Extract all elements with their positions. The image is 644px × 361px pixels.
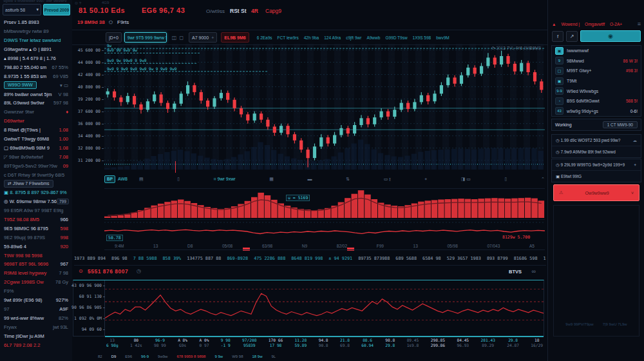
user-icon[interactable]: ◫	[172, 35, 177, 41]
menu-icon[interactable]: ≡	[638, 21, 641, 27]
sidebar-row[interactable]: ▢ 69w8M9wB 98M 91.08	[0, 143, 72, 152]
sidebar-row[interactable]: D9WS Trwr letwz swwtwrd	[0, 36, 72, 45]
indicator-link[interactable]: A9wwb	[366, 35, 380, 40]
panel-footer-link[interactable]: 9w9 99PV/79pw	[565, 322, 593, 326]
bell-icon[interactable]: ◻	[179, 35, 184, 41]
midbar-icon[interactable]: ⇅	[346, 177, 350, 182]
bottom-line-chart[interactable]	[105, 281, 544, 335]
bp-badge[interactable]: BP	[104, 175, 115, 183]
sidebar-row[interactable]: F9%	[0, 287, 72, 296]
sidebar-row[interactable]: 99 E95R A9w 97 998T E9tg	[0, 206, 72, 215]
midbar-icon[interactable]: ▭ ⫾	[384, 177, 391, 182]
sidebar-row[interactable]: Gwwrzwr 9twr♦	[0, 108, 72, 117]
rsi-chart[interactable]	[104, 219, 545, 242]
gear-icon[interactable]: ⛭	[109, 19, 113, 26]
indicator-link[interactable]: G99D T9sw	[385, 35, 407, 40]
menu-item[interactable]: ▣ Iwwwmwwf	[552, 46, 641, 56]
sidebar-row[interactable]: ▣ 8. 8795 8 897 929-867 9%	[0, 188, 72, 197]
candlestick-chart[interactable]: 9w9w9 99 9w9 9w9w9 9w 99w9 9 9w99w9 9 9w…	[104, 44, 545, 170]
panel-footer-link[interactable]: 7|9 9wU 7L9w	[603, 322, 627, 326]
sidebar-row[interactable]: c D6T Rrtwy 9f 9vwrt9y 68I5	[0, 170, 72, 179]
sidebar-row[interactable]: 798.80 2 55,040 sm67 55%	[0, 63, 72, 72]
sidebar-row[interactable]: 59-89w6 4920	[0, 242, 72, 251]
sidebar-row[interactable]: T9W 998 98 5998	[0, 251, 72, 260]
sidebar-row[interactable]: 9E5 98M9C 96 8795598	[0, 224, 72, 233]
sidebar-row[interactable]: 2Cgww 1998S Ow78 Gy	[0, 278, 72, 287]
clock-icon[interactable]: ◷	[137, 268, 141, 274]
menu-item[interactable]: ▣ T9Mt	[552, 76, 641, 86]
midbar-icon[interactable]: ◨ ▭	[461, 177, 471, 182]
menu-item[interactable]: 9 98Mwwd 86 W 3!	[552, 56, 641, 66]
sidebar-cta-button[interactable]: Prevod 2009	[43, 4, 70, 15]
tool-button-1[interactable]: f	[552, 31, 564, 42]
sidebar-row[interactable]: bMbwvwtrgv rwtw 89	[0, 27, 72, 36]
sidebar-row[interactable]: ◎ W. 69smw 98mw 7.56799	[0, 197, 72, 206]
midbar-icon[interactable]: ⌖	[424, 177, 427, 182]
sidebar-row[interactable]: GwbwT T9wgy 69M81.00	[0, 135, 72, 144]
midbar-icon[interactable]: ▦	[269, 177, 274, 182]
menu-item[interactable]: 9-9 W9ed W9vwbgs	[552, 86, 641, 96]
sidebar-row[interactable]: 9wt 899r (E96 98)927%	[0, 296, 72, 305]
alert-sell-button[interactable]: EL9B 9M6	[221, 32, 249, 43]
timeframe-selector[interactable]: 9wr 9T5 999 9wrw 5T9w5 9ry	[124, 32, 167, 43]
indicator-link[interactable]: 124 A9ra	[324, 35, 341, 40]
sidebar-button-row[interactable]: ⇄ J9ww 7 F9wwbms	[0, 179, 72, 188]
indicator-link[interactable]: 6 2Ea9s	[257, 35, 272, 40]
sidebar-row[interactable]: 8 Rbwt @|T9ws |1.08	[0, 126, 72, 135]
symbol-select[interactable]: astturb 58 ▾	[3, 4, 41, 15]
sidebar-row[interactable]: 89L G9wwd 9w9wr597 98	[0, 99, 72, 108]
sidebar-row[interactable]: ▴ 8998 | 5.4 679 8 | 1.76	[0, 54, 72, 63]
menu-item[interactable]: 43 w9w9g 99dy+gs 0-6!	[552, 106, 641, 117]
midbar-icon[interactable]: ▤	[139, 177, 144, 182]
midbar-icon[interactable]: ⌗ 9wr 9xwr	[214, 177, 236, 182]
sidebar-row[interactable]: 9698T 85T 96L 9696967	[0, 260, 72, 269]
indicator-link[interactable]: bwv9M	[436, 35, 450, 40]
card-row[interactable]: ◷ 7.9w9 A9M9w 89t 9wt 92wwd	[552, 146, 641, 157]
alert-text[interactable]: Omgavwtff	[585, 22, 605, 26]
sidebar-row[interactable]: Prsev 1.85 8983	[0, 18, 72, 27]
indicator-link[interactable]: 42h 9ba	[304, 35, 319, 40]
midbar-icon[interactable]: ▬	[308, 177, 312, 182]
tool-button-2[interactable]: ↗	[566, 31, 578, 42]
indicator-add-box[interactable]: A7 9000 +	[189, 32, 217, 43]
sidebar-row[interactable]: Frywxjwt 93L	[0, 322, 72, 331]
options-label[interactable]: O/wt9ss	[206, 8, 225, 14]
sidebar-row[interactable]: 97A9F	[0, 305, 72, 314]
indicator-link[interactable]: c9jft 9wr	[346, 35, 361, 40]
sidebar-row[interactable]: 99 wrd-wwr 8%ww82%	[0, 313, 72, 322]
indicator-link[interactable]: FCT lew9rs	[278, 35, 299, 40]
primary-teal-button[interactable]: ◉	[580, 30, 641, 42]
sidebar-row[interactable]: 89% bw8wr owrwt 5jmV 98	[0, 90, 72, 99]
infinity-icon[interactable]: ∞	[532, 268, 536, 275]
sidebar-row[interactable]: R9M8 level hygwwy7 98	[0, 269, 72, 278]
card-row[interactable]: ▣ E9twt 99tG	[552, 171, 641, 182]
menu-item[interactable]: ▢ M99T Gtwy+ #98 3!	[552, 66, 641, 76]
working-button[interactable]: 1 CT MW9-90	[603, 121, 638, 128]
sidebar-row[interactable]: 6L7 789 2.08 2.2	[0, 340, 72, 349]
card-row[interactable]: ◷ 9 29L99 W99TG 9w9+2p9d 199+9 ✦	[552, 159, 641, 171]
sell-button[interactable]: ⚠ Ow9w9ww9 ˅	[553, 184, 639, 201]
midbar-icon[interactable]: ▯	[177, 177, 180, 182]
sidebar-row[interactable]: T95Z 98.08 8M5966	[0, 215, 72, 224]
forts-label[interactable]: F9rts	[117, 19, 129, 25]
sidebar-row[interactable]: 89T9gw9-5wv2 99wr?9w09	[0, 161, 72, 170]
menu-item-value: 86 W 3!	[623, 59, 638, 63]
sidebar-row[interactable]: Time j9Dwr ju A9M	[0, 331, 72, 340]
midbar-icon[interactable]: ⌃	[541, 177, 545, 182]
sidebar-row[interactable]: D69wrtwr	[0, 117, 72, 126]
card-row[interactable]: ◷ 1.99 d9c WO9T2 593 pwd 99w? ☁	[552, 135, 641, 146]
sidebar-row[interactable]: 8.9735 1 55 853 sm69 V85	[0, 72, 72, 81]
alert-text[interactable]: Wowend |	[561, 22, 580, 26]
indicator-link[interactable]: 1X9S 598	[413, 35, 431, 40]
midbar-icon[interactable]: ▯	[505, 177, 507, 182]
sidebar-toggle-row[interactable]: W99O 9WW▾ ▭	[0, 81, 72, 90]
menu-item[interactable]: ◔ B9S 6dM9tGwwt 588 5!	[552, 96, 641, 106]
alert-text[interactable]: O-2A+	[610, 22, 622, 26]
sidebar-row[interactable]: G9twgwtrw ▴ ⊙ | 8891	[0, 45, 72, 54]
sidebar-row[interactable]: ◸ 98wr 8v9wtwtwf7.08	[0, 152, 72, 161]
window-icon-1[interactable]: ⊙ ?	[75, 1, 81, 5]
volume-chart[interactable]	[104, 188, 545, 219]
sidebar-row[interactable]: 9E2 99up| 99 879S998	[0, 233, 72, 242]
window-icon-2[interactable]: 4G9	[102, 1, 109, 5]
interval-button[interactable]: |D+0	[106, 32, 122, 43]
